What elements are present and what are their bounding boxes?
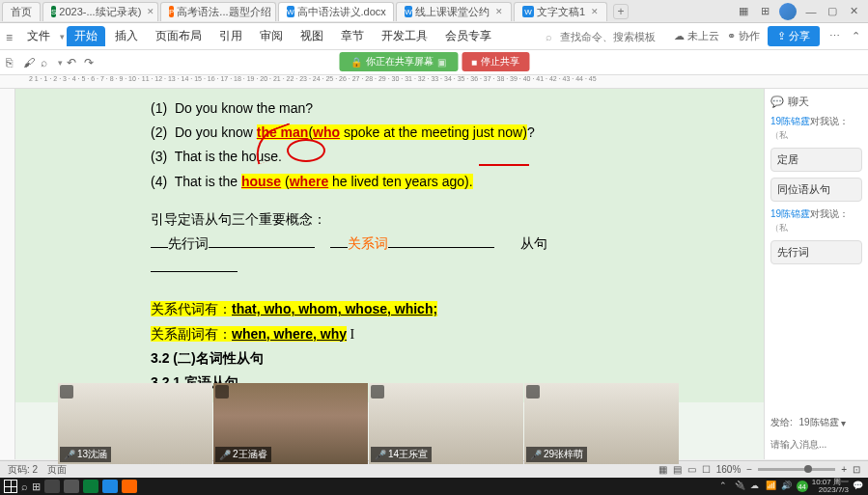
windows-taskbar: ⌕ ⊞ ⌃ 🔌 ☁ 📶 🔊 44 10:07 周一 2023/7/3 💬 bbox=[0, 478, 868, 495]
participant-video-strip: 🎤13沈涵 🎤2王涵睿 🎤14王乐宣 🎤29张梓萌 bbox=[58, 383, 679, 464]
view-read-icon[interactable]: ▭ bbox=[687, 464, 696, 475]
menu-home[interactable]: 开始 bbox=[67, 26, 105, 46]
menu-bar: ≡ 文件▾ 开始 插入 页面布局 引用 审阅 视图 章节 开发工具 会员专享 ⌕… bbox=[0, 23, 868, 50]
chat-icon: 💬 bbox=[770, 96, 784, 108]
send-to-row[interactable]: 发给: 19陈锦霆 ▾ bbox=[770, 416, 862, 429]
video-tile[interactable]: 🎤2王涵睿 bbox=[213, 383, 368, 464]
pin-icon[interactable] bbox=[60, 385, 73, 399]
view-outline-icon[interactable]: ▤ bbox=[673, 464, 682, 475]
close-icon[interactable]: ✕ bbox=[389, 7, 394, 16]
find-icon[interactable]: ⌕ bbox=[41, 56, 54, 69]
menu-vip[interactable]: 会员专享 bbox=[437, 26, 499, 46]
chat-panel: 💬聊天 19陈锦霆对我说：（私 定居 同位语从句 19陈锦霆对我说：（私 先行词… bbox=[764, 89, 868, 459]
view-print-icon[interactable]: ▦ bbox=[658, 464, 667, 475]
tab-spreadsheet[interactable]: S2023-...续记录表)✕ bbox=[42, 2, 158, 21]
more-icon[interactable]: ⋯ bbox=[827, 30, 841, 43]
fit-page-icon[interactable]: ⊡ bbox=[853, 464, 860, 475]
search-input[interactable] bbox=[560, 31, 666, 42]
close-icon[interactable]: ✕ bbox=[274, 7, 276, 16]
redo-icon[interactable]: ↷ bbox=[84, 56, 98, 69]
taskbar-app[interactable] bbox=[83, 480, 98, 493]
chat-message: 先行词 bbox=[770, 240, 862, 264]
video-tile[interactable]: 🎤14王乐宣 bbox=[369, 383, 523, 464]
close-window-button[interactable]: ✕ bbox=[847, 5, 860, 18]
word-icon: W bbox=[287, 6, 294, 17]
word-icon: W bbox=[522, 6, 534, 17]
system-tray[interactable]: ⌃ 🔌 ☁ 📶 🔊 44 10:07 周一 2023/7/3 💬 bbox=[719, 479, 864, 494]
menu-layout[interactable]: 页面布局 bbox=[148, 26, 210, 46]
quick-toolbar: ⎘ 🖌 ⌕ ▾ ↶ ↷ 🔒你正在共享屏幕▣ ■停止共享 bbox=[0, 50, 868, 75]
menu-insert[interactable]: 插入 bbox=[107, 26, 146, 46]
menu-dev[interactable]: 开发工具 bbox=[374, 26, 435, 46]
notifications-icon[interactable]: 💬 bbox=[853, 481, 864, 492]
page-number[interactable]: 页码: 2 bbox=[8, 463, 38, 477]
chat-message: 同位语从句 bbox=[770, 178, 862, 202]
zoom-in-button[interactable]: + bbox=[841, 464, 847, 475]
taskbar-clock[interactable]: 10:07 周一 2023/7/3 bbox=[812, 479, 849, 494]
copy-icon[interactable]: ⎘ bbox=[6, 56, 19, 69]
mic-muted-icon: 🎤 bbox=[375, 450, 386, 460]
collab-button[interactable]: ⚭ 协作 bbox=[727, 29, 760, 43]
mic-muted-icon: 🎤 bbox=[64, 450, 75, 460]
document-page: (1) Do you know the man? (2) Do you know… bbox=[15, 89, 764, 402]
start-button[interactable] bbox=[4, 480, 17, 493]
menu-view[interactable]: 视图 bbox=[293, 26, 331, 46]
search-icon[interactable]: ⌕ bbox=[21, 481, 28, 492]
pin-icon[interactable] bbox=[215, 385, 229, 399]
taskbar-app[interactable] bbox=[64, 480, 79, 493]
menu-review[interactable]: 审阅 bbox=[252, 26, 291, 46]
video-tile[interactable]: 🎤13沈涵 bbox=[58, 383, 212, 464]
close-icon[interactable]: ✕ bbox=[492, 7, 503, 16]
zoom-out-button[interactable]: − bbox=[746, 464, 752, 475]
chat-input[interactable] bbox=[770, 435, 862, 454]
chat-message: 定居 bbox=[770, 148, 862, 172]
horizontal-ruler[interactable]: 2 1 · 1 · 2 · 3 · 4 · 5 · 6 · 7 · 8 · 9 … bbox=[0, 75, 868, 89]
title-bar: 首页 S2023-...续记录表)✕ P高考语法...题型介绍✕ W高中语法讲义… bbox=[0, 0, 868, 23]
format-painter-icon[interactable]: 🖌 bbox=[23, 56, 37, 69]
close-icon[interactable]: ✕ bbox=[588, 7, 599, 16]
grid-icon[interactable]: ▦ bbox=[737, 5, 750, 18]
tab-ppt[interactable]: P高考语法...题型介绍✕ bbox=[160, 2, 276, 21]
new-tab-button[interactable]: + bbox=[613, 4, 629, 19]
close-icon[interactable]: ✕ bbox=[144, 7, 154, 16]
vertical-ruler[interactable] bbox=[0, 89, 15, 459]
maximize-button[interactable]: ▢ bbox=[826, 5, 839, 18]
collapse-ribbon-icon[interactable]: ⌃ bbox=[849, 30, 862, 43]
word-icon: W bbox=[405, 6, 412, 17]
share-button[interactable]: ⇪ 分享 bbox=[768, 26, 820, 46]
screen-sharing-banner: 🔒你正在共享屏幕▣ ■停止共享 bbox=[339, 52, 529, 71]
menu-sections[interactable]: 章节 bbox=[333, 26, 372, 46]
mic-muted-icon: 🎤 bbox=[530, 450, 542, 460]
pin-icon[interactable] bbox=[371, 385, 384, 399]
tab-doc3[interactable]: W文字文稿1✕ bbox=[514, 2, 607, 21]
app-menu-icon[interactable]: ≡ bbox=[6, 31, 17, 42]
zoom-slider[interactable] bbox=[758, 468, 835, 471]
excel-icon: S bbox=[51, 6, 56, 17]
tab-home[interactable]: 首页 bbox=[2, 2, 41, 21]
taskbar-app[interactable] bbox=[102, 480, 118, 493]
sharing-status: 🔒你正在共享屏幕▣ bbox=[339, 52, 458, 71]
tab-active-doc[interactable]: W高中语法讲义.docx✕ bbox=[278, 2, 394, 21]
menu-references[interactable]: 引用 bbox=[211, 26, 250, 46]
menu-file[interactable]: 文件 bbox=[19, 26, 58, 46]
zoom-level[interactable]: 160% bbox=[716, 464, 742, 475]
task-view-icon[interactable]: ⊞ bbox=[32, 481, 41, 493]
ppt-icon: P bbox=[169, 6, 174, 17]
apps-icon[interactable]: ⊞ bbox=[758, 5, 771, 18]
taskbar-app[interactable] bbox=[44, 480, 60, 493]
mic-muted-icon: 🎤 bbox=[219, 450, 231, 460]
undo-icon[interactable]: ↶ bbox=[67, 56, 80, 69]
annotation-circle bbox=[287, 139, 325, 162]
page-count[interactable]: 页面 bbox=[47, 463, 67, 477]
minimize-button[interactable]: — bbox=[804, 5, 818, 18]
stop-sharing-button[interactable]: ■停止共享 bbox=[462, 52, 529, 71]
video-tile[interactable]: 🎤29张梓萌 bbox=[524, 383, 679, 464]
tab-doc2[interactable]: W线上课课堂公约✕ bbox=[396, 2, 512, 21]
taskbar-app[interactable] bbox=[122, 480, 137, 493]
pin-icon[interactable] bbox=[526, 385, 540, 399]
user-avatar[interactable] bbox=[779, 3, 797, 20]
cloud-status[interactable]: ☁ 未上云 bbox=[674, 29, 719, 43]
annotation-line bbox=[479, 164, 529, 166]
view-web-icon[interactable]: ☐ bbox=[702, 464, 711, 475]
